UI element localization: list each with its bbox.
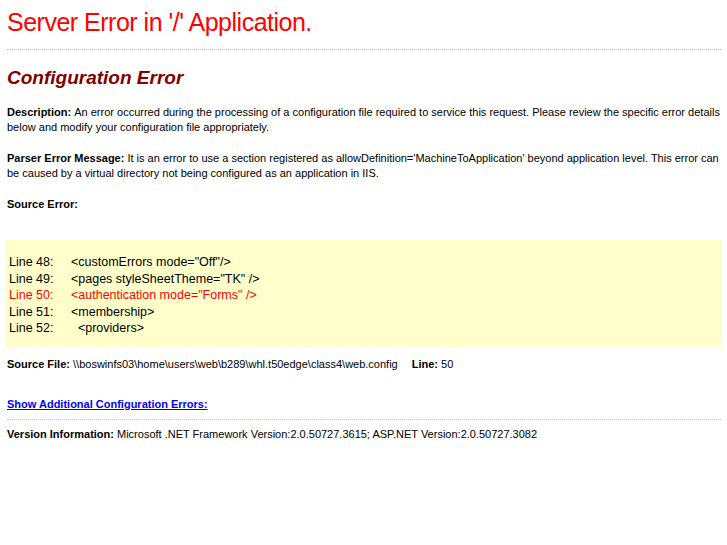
code-line: Line 52: <providers> [9, 320, 715, 337]
source-file-line-label: Line: [412, 358, 441, 370]
version-info-row: Version Information: Microsoft .NET Fram… [7, 428, 721, 440]
source-code-block: Line 48:<customErrors mode="Off"/> Line … [5, 240, 721, 348]
line-number: Line 52: [9, 320, 71, 337]
code-text: <membership> [71, 305, 154, 319]
code-text: <authentication mode="Forms" /> [71, 288, 257, 302]
code-text: <pages styleSheetTheme="TK" /> [71, 272, 260, 286]
parser-error-paragraph: Parser Error Message: It is an error to … [7, 151, 721, 181]
page-title: Server Error in '/' Application. [7, 8, 721, 37]
bottom-divider [7, 419, 721, 420]
version-info-text: Microsoft .NET Framework Version:2.0.507… [117, 428, 537, 440]
source-file-label: Source File: [7, 358, 73, 370]
top-divider [7, 49, 721, 50]
code-line: Line 51:<membership> [9, 304, 715, 321]
source-error-label: Source Error: [7, 198, 78, 210]
source-file-line-number: 50 [441, 358, 453, 370]
error-heading: Configuration Error [7, 67, 721, 89]
description-label: Description: [7, 106, 74, 118]
aspnet-error-page: Server Error in '/' Application. Configu… [0, 0, 727, 545]
code-line: Line 48:<customErrors mode="Off"/> [9, 254, 715, 271]
additional-errors-row: Show Additional Configuration Errors: [7, 398, 721, 410]
source-error-label-row: Source Error: [7, 197, 721, 212]
show-additional-config-errors-link[interactable]: Show Additional Configuration Errors: [7, 398, 208, 410]
code-text: <customErrors mode="Off"/> [71, 255, 231, 269]
description-paragraph: Description: An error occurred during th… [7, 105, 721, 135]
code-line-highlighted: Line 50:<authentication mode="Forms" /> [9, 287, 715, 304]
description-text: An error occurred during the processing … [7, 106, 720, 133]
code-text: <providers> [71, 321, 144, 335]
code-line: Line 49:<pages styleSheetTheme="TK" /> [9, 271, 715, 288]
line-number: Line 50: [9, 287, 71, 304]
line-number: Line 49: [9, 271, 71, 288]
parser-error-label: Parser Error Message: [7, 152, 127, 164]
version-info-label: Version Information: [7, 428, 117, 440]
line-number: Line 51: [9, 304, 71, 321]
source-file-row: Source File: \\boswinfs03\home\users\web… [7, 358, 721, 370]
source-file-path: \\boswinfs03\home\users\web\b289\whl.t50… [73, 358, 398, 370]
line-number: Line 48: [9, 254, 71, 271]
